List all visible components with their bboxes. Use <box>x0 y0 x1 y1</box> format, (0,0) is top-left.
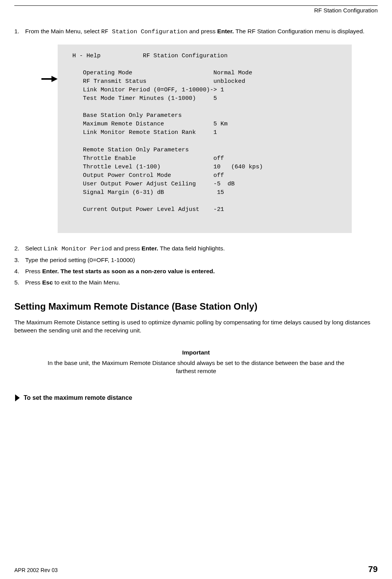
svg-marker-2 <box>15 394 20 401</box>
page-number: 79 <box>368 564 378 575</box>
step-body: Press Enter. The test starts as soon as … <box>25 267 378 276</box>
footer-left: APR 2002 Rev 03 <box>14 567 58 574</box>
step-number: 5. <box>14 279 25 287</box>
section-paragraph: The Maximum Remote Distance setting is u… <box>14 319 378 335</box>
step-number: 3. <box>14 256 25 264</box>
step-item: 2.Select Link Monitor Period and press E… <box>14 245 378 253</box>
terminal-screen: H - Help RF Station Configuration Operat… <box>58 45 352 233</box>
important-note: Important In the base unit, the Maximum … <box>45 349 347 375</box>
running-header: RF Station Configuration <box>14 5 378 14</box>
step-item: 3.Type the period setting (0=OFF, 1-1000… <box>14 256 378 264</box>
step-body: Select Link Monitor Period and press Ent… <box>25 245 378 253</box>
step-item: 4.Press Enter. The test starts as soon a… <box>14 267 378 276</box>
step-body: Press Esc to exit to the Main Menu. <box>25 279 378 287</box>
important-text: In the base unit, the Maximum Remote Dis… <box>45 359 347 375</box>
step-item: 5.Press Esc to exit to the Main Menu. <box>14 279 378 287</box>
step-number: 2. <box>14 245 25 253</box>
page-content: 1.From the Main Menu, select RF Station … <box>14 14 378 402</box>
procedure-arrow-icon <box>14 394 20 401</box>
terminal-container: H - Help RF Station Configuration Operat… <box>58 45 378 233</box>
step-number: 4. <box>14 267 25 276</box>
step-body: From the Main Menu, select RF Station Co… <box>25 27 378 36</box>
step-number: 1. <box>14 27 25 36</box>
svg-marker-1 <box>51 76 58 82</box>
running-header-title: RF Station Configuration <box>314 7 378 14</box>
procedure-steps-2: 2.Select Link Monitor Period and press E… <box>14 245 378 287</box>
procedure-heading: To set the maximum remote distance <box>14 394 378 402</box>
step-body: Type the period setting (0=OFF, 1-10000) <box>25 256 378 264</box>
important-title: Important <box>45 349 347 357</box>
page-footer: APR 2002 Rev 03 79 <box>14 564 378 575</box>
section-heading: Setting Maximum Remote Distance (Base St… <box>14 300 378 313</box>
step-item: 1.From the Main Menu, select RF Station … <box>14 27 378 36</box>
page: RF Station Configuration 1.From the Main… <box>0 5 392 579</box>
pointer-arrow-icon <box>41 75 58 82</box>
procedure-steps-1: 1.From the Main Menu, select RF Station … <box>14 27 378 36</box>
procedure-title: To set the maximum remote distance <box>24 394 132 402</box>
